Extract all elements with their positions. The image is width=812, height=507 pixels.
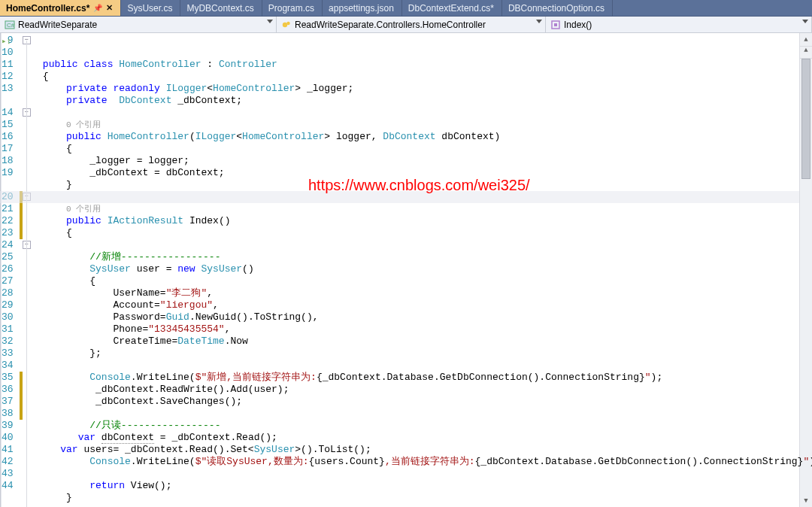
- svg-text:C#: C#: [7, 22, 15, 29]
- line-number: 30: [2, 311, 14, 323]
- tab-label: DBConnectionOption.cs: [508, 3, 604, 14]
- line-number: 10: [2, 47, 14, 59]
- tab-bar: HomeController.cs*📌✕SysUser.csMyDBContex…: [0, 0, 812, 17]
- line-number: 12: [2, 71, 14, 83]
- tab-label: MyDBContext.cs: [186, 3, 253, 14]
- csharp-project-icon: C#: [5, 20, 15, 30]
- class-icon: [281, 20, 292, 30]
- scroll-up-button[interactable]: ▲: [800, 33, 812, 46]
- line-number: 15: [2, 119, 14, 131]
- tab-label: SysUser.cs: [127, 3, 172, 14]
- line-number: 18: [2, 155, 14, 167]
- line-number: 40: [2, 432, 14, 444]
- tab-program-cs[interactable]: Program.cs: [262, 0, 323, 16]
- code-editor[interactable]: ▸↕ 910111213 141516171819 20212223242526…: [0, 33, 812, 507]
- nav-scope-dropdown[interactable]: ReadWriteSeparate.Controllers.HomeContro…: [277, 17, 546, 32]
- line-number: [2, 179, 14, 191]
- line-number: 23: [2, 227, 14, 239]
- line-number: 36: [2, 384, 14, 396]
- line-number: 26: [2, 263, 14, 275]
- split-handle[interactable]: ▲: [800, 46, 812, 59]
- tab-homecontroller-cs-[interactable]: HomeController.cs*📌✕: [0, 0, 121, 16]
- line-number: 25: [2, 251, 14, 263]
- chevron-down-icon: [536, 20, 542, 23]
- indicator-margin: ▸↕: [0, 33, 1, 507]
- line-number: 33: [2, 348, 14, 360]
- nav-project-label: ReadWriteSeparate: [18, 20, 97, 30]
- tab-label: HomeController.cs*: [6, 3, 89, 14]
- tab-label: DbContextExtend.cs*: [408, 3, 494, 14]
- line-number: 27: [2, 275, 14, 287]
- chevron-down-icon: [802, 20, 808, 23]
- tab-mydbcontext-cs[interactable]: MyDBContext.cs: [180, 0, 262, 16]
- method-icon: [550, 20, 561, 30]
- chevron-down-icon: [267, 20, 273, 23]
- svg-point-2: [283, 22, 287, 26]
- line-number: 42: [2, 456, 14, 468]
- svg-rect-5: [554, 23, 557, 26]
- code-area[interactable]: public class HomeController : Controller…: [20, 33, 812, 507]
- nav-project-dropdown[interactable]: C# ReadWriteSeparate: [0, 17, 277, 32]
- line-number: 16: [2, 131, 14, 143]
- line-number: 44: [2, 480, 14, 492]
- line-number: 41: [2, 444, 14, 456]
- tab-sysuser-cs[interactable]: SysUser.cs: [121, 0, 180, 16]
- close-icon[interactable]: ✕: [106, 3, 113, 13]
- line-number: 29: [2, 299, 14, 311]
- line-number: 14: [2, 107, 14, 119]
- line-number: 28: [2, 287, 14, 299]
- line-number: [2, 95, 14, 107]
- tab-dbcontextextend-cs-[interactable]: DbContextExtend.cs*: [402, 0, 502, 16]
- line-number: 35: [2, 372, 14, 384]
- line-number: 34: [2, 360, 14, 372]
- line-number-gutter: 910111213 141516171819 20212223242526272…: [2, 33, 20, 507]
- tab-appsettings-json[interactable]: appsettings.json: [323, 0, 402, 16]
- nav-member-dropdown[interactable]: Index(): [546, 17, 812, 32]
- line-number: 43: [2, 468, 14, 480]
- line-number: 13: [2, 83, 14, 95]
- line-number: 17: [2, 143, 14, 155]
- tab-label: Program.cs: [268, 3, 314, 14]
- track-changes-icon: ▸↕: [2, 36, 11, 46]
- line-number: 11: [2, 59, 14, 71]
- line-number: 19: [2, 167, 14, 179]
- line-number: 37: [2, 396, 14, 408]
- line-number: 22: [2, 215, 14, 227]
- pin-icon[interactable]: 📌: [93, 4, 102, 12]
- line-number: 21: [2, 203, 14, 215]
- tab-label: appsettings.json: [329, 3, 394, 14]
- line-number: 24: [2, 239, 14, 251]
- nav-bar: C# ReadWriteSeparate ReadWriteSeparate.C…: [0, 17, 812, 33]
- nav-scope-label: ReadWriteSeparate.Controllers.HomeContro…: [295, 20, 486, 30]
- nav-member-label: Index(): [564, 20, 592, 30]
- line-number: 32: [2, 335, 14, 348]
- tab-dbconnectionoption-cs[interactable]: DBConnectionOption.cs: [502, 0, 613, 16]
- line-number: 31: [2, 323, 14, 335]
- line-number: 39: [2, 420, 14, 432]
- line-number: 38: [2, 408, 14, 420]
- svg-point-3: [286, 21, 289, 24]
